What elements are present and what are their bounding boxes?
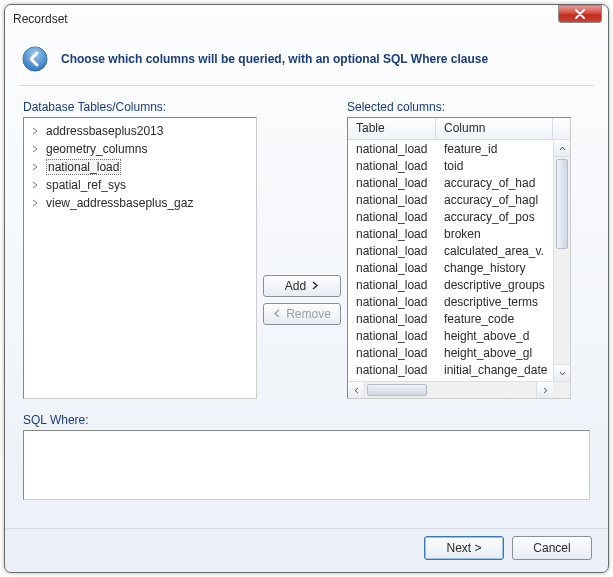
- cell-column: initial_change_date: [436, 363, 553, 380]
- table-row[interactable]: national_loadaccuracy_of_had: [348, 176, 553, 193]
- tables-tree[interactable]: addressbaseplus2013geometry_columnsnatio…: [23, 117, 257, 399]
- tree-item[interactable]: geometry_columns: [26, 140, 254, 158]
- scroll-corner: [553, 382, 570, 398]
- remove-button-label: Remove: [286, 307, 331, 321]
- cell-table: national_load: [348, 346, 436, 363]
- columns-row: Database Tables/Columns: addressbaseplus…: [23, 100, 590, 399]
- table-row[interactable]: national_loaddescriptive_groups: [348, 278, 553, 295]
- tables-label: Database Tables/Columns:: [23, 100, 257, 114]
- titlebar: Recordset: [5, 5, 608, 33]
- scroll-right-icon[interactable]: [536, 382, 553, 398]
- cell-table: national_load: [348, 244, 436, 261]
- selected-label: Selected columns:: [347, 100, 571, 114]
- cell-column: change_history: [436, 261, 553, 278]
- cell-table: national_load: [348, 210, 436, 227]
- chevron-right-icon: [312, 281, 319, 290]
- cell-table: national_load: [348, 193, 436, 210]
- cell-table: national_load: [348, 261, 436, 278]
- cell-column: descriptive_terms: [436, 295, 553, 312]
- table-row[interactable]: national_loadheight_above_d: [348, 329, 553, 346]
- scroll-up-icon[interactable]: [554, 140, 570, 157]
- scroll-track[interactable]: [554, 157, 570, 364]
- table-row[interactable]: national_loadfeature_code: [348, 312, 553, 329]
- table-row[interactable]: national_loadtoid: [348, 159, 553, 176]
- expand-icon[interactable]: [30, 180, 40, 190]
- table-row[interactable]: national_loadaccuracy_of_pos: [348, 210, 553, 227]
- cell-table: national_load: [348, 227, 436, 244]
- table-row[interactable]: national_loadheight_above_gl: [348, 346, 553, 363]
- cell-column: accuracy_of_pos: [436, 210, 553, 227]
- cell-column: accuracy_of_hagl: [436, 193, 553, 210]
- back-icon[interactable]: [21, 45, 49, 73]
- cell-column: feature_id: [436, 142, 553, 159]
- cell-table: national_load: [348, 159, 436, 176]
- selected-columns-list[interactable]: Table Column national_loadfeature_idnati…: [347, 117, 571, 399]
- hscroll-track[interactable]: [365, 382, 536, 398]
- tables-group: Database Tables/Columns: addressbaseplus…: [23, 100, 257, 399]
- cell-column: toid: [436, 159, 553, 176]
- vertical-scrollbar[interactable]: [553, 140, 570, 381]
- close-button[interactable]: [558, 5, 602, 23]
- body: Database Tables/Columns: addressbaseplus…: [5, 86, 608, 528]
- cell-table: national_load: [348, 142, 436, 159]
- add-button[interactable]: Add: [263, 275, 341, 297]
- header: Choose which columns will be queried, wi…: [5, 33, 608, 85]
- cancel-button-label: Cancel: [533, 541, 570, 555]
- tree-item[interactable]: addressbaseplus2013: [26, 122, 254, 140]
- cancel-button[interactable]: Cancel: [512, 536, 592, 560]
- scroll-down-icon[interactable]: [554, 364, 570, 381]
- dialog-window: Recordset Choose which columns will be q…: [4, 4, 609, 573]
- cell-table: national_load: [348, 312, 436, 329]
- tree-item-label: national_load: [46, 159, 121, 175]
- selected-group: Selected columns: Table Column national_…: [347, 100, 571, 399]
- expand-icon[interactable]: [30, 126, 40, 136]
- table-row[interactable]: national_loadaccuracy_of_hagl: [348, 193, 553, 210]
- cell-table: national_load: [348, 295, 436, 312]
- table-row[interactable]: national_loadinitial_change_date: [348, 363, 553, 380]
- header-table[interactable]: Table: [348, 118, 436, 139]
- cell-table: national_load: [348, 278, 436, 295]
- add-button-label: Add: [285, 279, 306, 293]
- svg-point-1: [23, 47, 47, 71]
- cell-column: accuracy_of_had: [436, 176, 553, 193]
- tree-item[interactable]: view_addressbaseplus_gaz: [26, 194, 254, 212]
- tree-item[interactable]: national_load: [26, 158, 254, 176]
- cell-column: height_above_gl: [436, 346, 553, 363]
- cell-column: calculated_area_v.: [436, 244, 553, 261]
- chevron-left-icon: [273, 309, 280, 318]
- remove-button[interactable]: Remove: [263, 303, 341, 325]
- table-row[interactable]: national_loaddescriptive_terms: [348, 295, 553, 312]
- sql-group: SQL Where:: [23, 413, 590, 500]
- cell-table: national_load: [348, 363, 436, 380]
- instruction-text: Choose which columns will be queried, wi…: [61, 52, 488, 66]
- next-button[interactable]: Next >: [424, 536, 504, 560]
- expand-icon[interactable]: [30, 144, 40, 154]
- horizontal-scrollbar[interactable]: [348, 381, 570, 398]
- footer: Next > Cancel: [5, 528, 608, 572]
- scroll-left-icon[interactable]: [348, 382, 365, 398]
- tree-item[interactable]: spatial_ref_sys: [26, 176, 254, 194]
- list-body: national_loadfeature_idnational_loadtoid…: [348, 140, 553, 381]
- scroll-thumb[interactable]: [556, 159, 568, 249]
- hscroll-thumb[interactable]: [367, 384, 427, 396]
- expand-icon[interactable]: [30, 162, 40, 172]
- cell-column: height_above_d: [436, 329, 553, 346]
- expand-icon[interactable]: [30, 198, 40, 208]
- table-row[interactable]: national_loadbroken: [348, 227, 553, 244]
- table-row[interactable]: national_loadfeature_id: [348, 142, 553, 159]
- header-column[interactable]: Column: [436, 118, 553, 139]
- list-header: Table Column: [348, 118, 570, 140]
- sql-label: SQL Where:: [23, 413, 590, 427]
- cell-column: feature_code: [436, 312, 553, 329]
- tree-item-label: geometry_columns: [46, 142, 147, 156]
- sql-where-input[interactable]: [23, 430, 590, 500]
- window-title: Recordset: [13, 12, 558, 26]
- cell-column: broken: [436, 227, 553, 244]
- table-row[interactable]: national_loadchange_history: [348, 261, 553, 278]
- table-row[interactable]: national_loadcalculated_area_v.: [348, 244, 553, 261]
- tree-item-label: spatial_ref_sys: [46, 178, 126, 192]
- cell-table: national_load: [348, 176, 436, 193]
- cell-table: national_load: [348, 329, 436, 346]
- close-icon: [574, 9, 586, 19]
- transfer-buttons: Add Remove: [263, 100, 341, 399]
